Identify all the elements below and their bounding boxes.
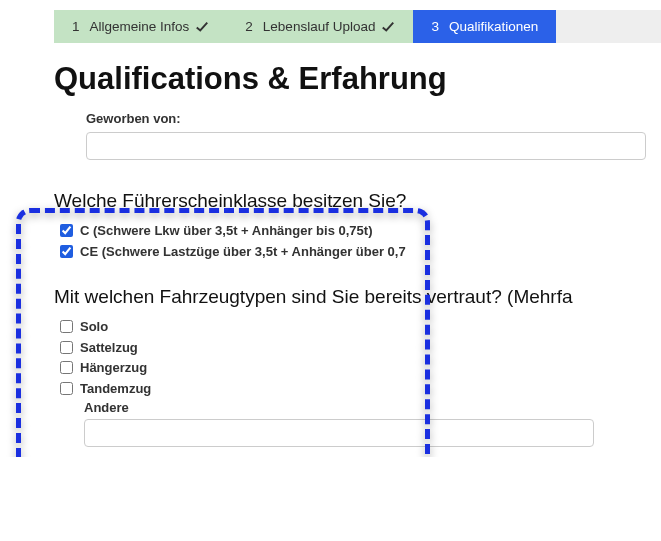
license-label-ce: CE (Schwere Lastzüge über 3,5t + Anhänge… — [80, 243, 406, 261]
vehicle-option-sattelzug[interactable]: Sattelzug — [60, 339, 661, 357]
step-3[interactable]: 3 Qualifikationen — [413, 10, 556, 43]
license-checkbox-ce[interactable] — [60, 245, 73, 258]
vehicle-label-sattelzug: Sattelzug — [80, 339, 138, 357]
geworben-input[interactable] — [86, 132, 646, 160]
vehicle-label-solo: Solo — [80, 318, 108, 336]
step-remaining — [556, 10, 661, 43]
step-2-label: Lebenslauf Upload — [263, 19, 376, 34]
vehicle-question-title: Mit welchen Fahrzeugtypen sind Sie berei… — [54, 286, 661, 308]
license-checkbox-c[interactable] — [60, 224, 73, 237]
vehicle-option-tandemzug[interactable]: Tandemzug — [60, 380, 661, 398]
step-2[interactable]: 2 Lebenslauf Upload — [227, 10, 413, 43]
check-icon — [195, 20, 209, 34]
vehicle-option-solo[interactable]: Solo — [60, 318, 661, 336]
vehicle-andere-label: Andere — [84, 400, 661, 415]
vehicle-checkbox-tandemzug[interactable] — [60, 382, 73, 395]
step-2-num: 2 — [245, 19, 253, 34]
vehicle-option-haengerzug[interactable]: Hängerzug — [60, 359, 661, 377]
license-option-ce[interactable]: CE (Schwere Lastzüge über 3,5t + Anhänge… — [60, 243, 661, 261]
license-label-c: C (Schwere Lkw über 3,5t + Anhänger bis … — [80, 222, 372, 240]
step-1-num: 1 — [72, 19, 80, 34]
step-1-label: Allgemeine Infos — [90, 19, 190, 34]
step-1[interactable]: 1 Allgemeine Infos — [54, 10, 227, 43]
license-question-title: Welche Führerscheinklasse besitzen Sie? — [54, 190, 661, 212]
vehicle-label-haengerzug: Hängerzug — [80, 359, 147, 377]
vehicle-checkbox-sattelzug[interactable] — [60, 341, 73, 354]
vehicle-checkbox-solo[interactable] — [60, 320, 73, 333]
geworben-label: Geworben von: — [86, 111, 661, 126]
step-3-num: 3 — [431, 19, 439, 34]
wizard-steps: 1 Allgemeine Infos 2 Lebenslauf Upload 3… — [54, 10, 661, 43]
license-option-c[interactable]: C (Schwere Lkw über 3,5t + Anhänger bis … — [60, 222, 661, 240]
step-3-label: Qualifikationen — [449, 19, 538, 34]
page-title: Qualifications & Erfahrung — [54, 61, 661, 97]
vehicle-checkbox-haengerzug[interactable] — [60, 361, 73, 374]
vehicle-label-tandemzug: Tandemzug — [80, 380, 151, 398]
check-icon — [381, 20, 395, 34]
vehicle-andere-input[interactable] — [84, 419, 594, 447]
